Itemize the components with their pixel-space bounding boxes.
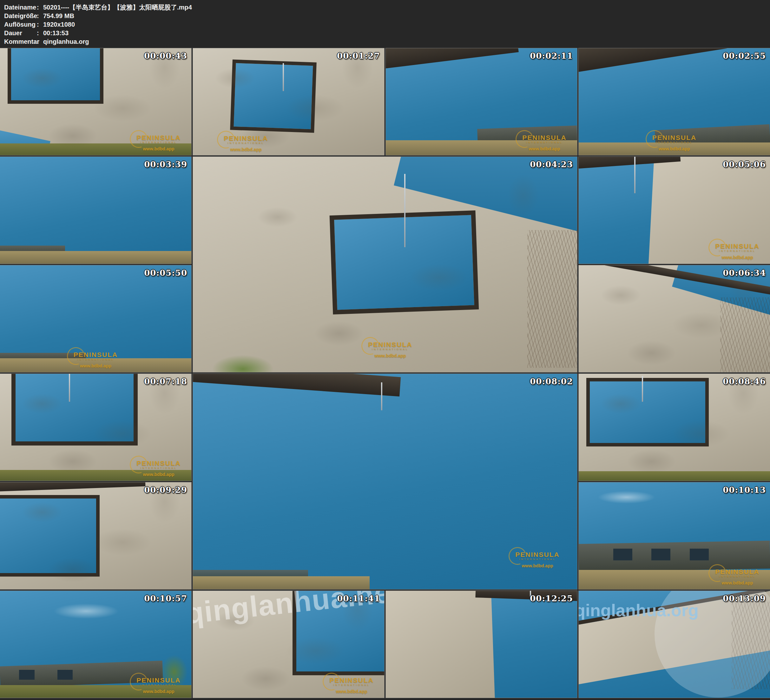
metadata-header: Dateiname : 50201----【半岛束艺台】【波雅】太阳晒屁股了.m… xyxy=(0,0,770,46)
meta-row-duration: Dauer : 00:13:53 xyxy=(4,29,770,37)
video-thumbnail-large[interactable]: 00:08:02 PENINSULA INTERNATIONAL www.bdb… xyxy=(193,374,577,589)
video-thumbnail[interactable]: 00:08:46 xyxy=(579,374,770,481)
concrete-beam xyxy=(579,48,727,74)
suspension-rope xyxy=(634,157,636,193)
peninsula-watermark: PENINSULA INTERNATIONAL www.bdbd.app xyxy=(709,568,765,585)
suspension-rope xyxy=(283,63,284,91)
window-opening xyxy=(8,48,104,104)
thumbnail-timestamp: 00:12:25 xyxy=(530,594,573,603)
thumbnail-timestamp: 00:08:02 xyxy=(530,377,573,386)
meta-separator: : xyxy=(37,4,43,11)
peninsula-watermark: PENINSULA INTERNATIONAL www.bdbd.app xyxy=(509,551,566,568)
wall-panel xyxy=(386,591,495,698)
thumbnail-timestamp: 00:04:23 xyxy=(530,160,573,169)
meta-separator: : xyxy=(37,38,43,45)
video-thumbnail-large[interactable]: 00:04:23 PENINSULA INTERNATIONAL www.bdb… xyxy=(193,157,577,372)
suspension-rope xyxy=(404,174,406,247)
thumbnail-timestamp: 00:05:06 xyxy=(723,160,766,169)
thumbnail-timestamp: 00:08:46 xyxy=(723,377,766,386)
video-thumbnail[interactable]: 00:03:39 xyxy=(0,157,191,264)
meta-separator: : xyxy=(37,29,43,37)
ruin-wall xyxy=(579,540,770,572)
concrete-beam xyxy=(386,48,519,70)
window-opening xyxy=(0,495,100,576)
peninsula-watermark: PENINSULA INTERNATIONAL www.bdbd.app xyxy=(130,677,187,694)
window-opening xyxy=(230,60,317,133)
ruin-window-hole xyxy=(651,549,670,561)
peninsula-watermark: PENINSULA INTERNATIONAL www.bdbd.app xyxy=(130,460,187,477)
grass-strip xyxy=(579,471,770,481)
field-strip xyxy=(0,251,191,264)
peninsula-watermark: PENINSULA INTERNATIONAL www.bdbd.app xyxy=(362,341,419,358)
video-thumbnail[interactable]: 00:07:18 PENINSULA INTERNATIONAL www.bdb… xyxy=(0,374,191,481)
peninsula-watermark: PENINSULA INTERNATIONAL www.bdbd.app xyxy=(218,135,274,152)
field-strip xyxy=(193,576,370,589)
meta-value-resolution: 1920x1080 xyxy=(43,21,75,28)
video-thumbnail[interactable]: 00:10:13 PENINSULA INTERNATIONAL www.bdb… xyxy=(579,482,770,589)
peninsula-watermark: PENINSULA INTERNATIONAL www.bdbd.app xyxy=(646,134,703,151)
meta-row-resolution: Auflösung : 1920x1080 xyxy=(4,20,770,29)
video-thumbnail[interactable]: 00:05:06 PENINSULA INTERNATIONAL www.bdb… xyxy=(579,157,770,264)
suspension-rope xyxy=(69,374,70,402)
meta-label: Auflösung xyxy=(4,21,37,28)
thumbnail-timestamp: 00:10:57 xyxy=(144,594,187,603)
thumbnail-timestamp: 00:10:13 xyxy=(723,485,766,495)
thumbnail-timestamp: 00:01:27 xyxy=(337,51,380,61)
tree-branches xyxy=(527,230,577,368)
peninsula-watermark: PENINSULA INTERNATIONAL www.bdbd.app xyxy=(709,243,765,260)
meta-value-filename: 50201----【半岛束艺台】【波雅】太阳晒屁股了.mp4 xyxy=(43,3,192,12)
meta-separator: : xyxy=(37,12,43,19)
thumbnail-timestamp: 00:05:50 xyxy=(144,268,187,278)
meta-label: Dauer xyxy=(4,29,37,37)
concrete-beam xyxy=(193,374,401,397)
meta-value-duration: 00:13:53 xyxy=(43,29,68,37)
suspension-rope xyxy=(381,382,382,410)
meta-label: Dateigröße xyxy=(4,12,37,19)
thumbnail-timestamp: 00:02:55 xyxy=(723,51,766,61)
qinglanhua-org-watermark: qinglanhua.org xyxy=(579,600,699,620)
ruin-window-hole xyxy=(690,549,709,561)
peninsula-watermark: PENINSULA INTERNATIONAL www.bdbd.app xyxy=(130,134,187,151)
peninsula-watermark: PENINSULA INTERNATIONAL www.bdbd.app xyxy=(68,351,124,368)
meta-separator: : xyxy=(37,21,43,28)
meta-value-comment: qinglanhua.org xyxy=(43,38,89,45)
thumbnail-timestamp: 00:02:11 xyxy=(530,51,573,61)
thumbnail-timestamp: 00:13:09 xyxy=(723,594,766,603)
thumbnail-timestamp: 00:07:18 xyxy=(144,377,187,386)
thumbnail-timestamp: 00:00:43 xyxy=(144,51,187,61)
thumbnail-timestamp: 00:06:34 xyxy=(723,268,766,278)
meta-value-filesize: 754.99 MB xyxy=(43,12,74,19)
window-opening xyxy=(586,378,709,446)
concrete-beam xyxy=(0,482,146,491)
ruin-window-hole xyxy=(19,670,34,679)
video-thumbnail[interactable]: 00:06:34 xyxy=(579,265,770,372)
thumbnail-timestamp: 00:09:29 xyxy=(144,485,187,495)
peninsula-watermark: PENINSULA INTERNATIONAL www.bdbd.app xyxy=(323,677,380,694)
thumbnail-timestamp: 00:11:41 xyxy=(337,594,380,603)
suspension-rope xyxy=(642,376,643,402)
video-thumbnail[interactable]: 00:01:27 PENINSULA INTERNATIONAL www.bdb… xyxy=(193,48,384,155)
video-thumbnail[interactable]: 00:10:57 PENINSULA INTERNATIONAL www.bdb… xyxy=(0,591,191,698)
video-thumbnail[interactable]: 00:00:43 PENINSULA INTERNATIONAL www.bdb… xyxy=(0,48,191,155)
video-thumbnail[interactable]: 00:05:50 PENINSULA INTERNATIONAL www.bdb… xyxy=(0,265,191,372)
meta-row-filename: Dateiname : 50201----【半岛束艺台】【波雅】太阳晒屁股了.m… xyxy=(4,3,770,12)
grass-tuft xyxy=(212,355,274,372)
thumbnail-timestamp: 00:03:39 xyxy=(144,160,187,169)
ruin-window-hole xyxy=(613,549,632,561)
video-thumbnail[interactable]: 00:02:55 PENINSULA INTERNATIONAL www.bdb… xyxy=(579,48,770,155)
thumbnail-grid: 00:00:43 PENINSULA INTERNATIONAL www.bdb… xyxy=(0,48,770,698)
cloud xyxy=(598,491,655,504)
video-thumbnail[interactable]: 00:12:25 xyxy=(386,591,577,698)
meta-label: Kommentar xyxy=(4,38,37,45)
video-thumbnail[interactable]: qinglanhua.net 00:11:41 PENINSULA INTERN… xyxy=(193,591,384,698)
video-thumbnail[interactable]: 00:02:11 PENINSULA INTERNATIONAL www.bdb… xyxy=(386,48,577,155)
peninsula-watermark: PENINSULA INTERNATIONAL www.bdbd.app xyxy=(516,134,573,151)
window-opening xyxy=(11,374,138,446)
cloud xyxy=(53,604,119,619)
video-thumbnail[interactable]: 00:09:29 xyxy=(0,482,191,589)
meta-row-filesize: Dateigröße : 754.99 MB xyxy=(4,12,770,20)
video-thumbnail[interactable]: qinglanhua.org 00:13:09 xyxy=(579,591,770,698)
meta-label: Dateiname xyxy=(4,4,37,11)
tree-branches xyxy=(720,297,770,372)
meta-row-comment: Kommentar : qinglanhua.org xyxy=(4,37,770,46)
